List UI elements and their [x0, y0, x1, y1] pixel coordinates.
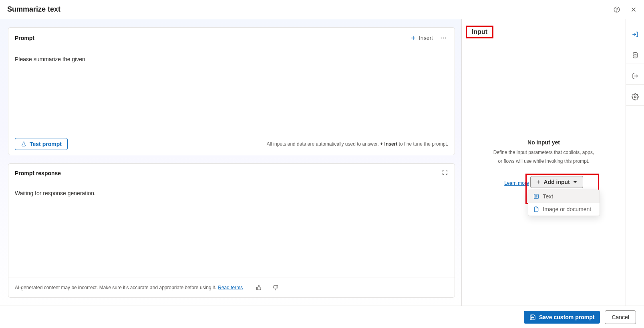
- response-disclaimer: AI-generated content may be incorrect. M…: [15, 283, 280, 292]
- rail-settings-icon[interactable]: [626, 88, 644, 106]
- rail-output-icon[interactable]: [626, 67, 644, 85]
- thumbs-down-icon[interactable]: [271, 283, 280, 292]
- response-card: Prompt response Waiting for response gen…: [8, 163, 455, 298]
- response-card-header: Prompt response: [8, 164, 455, 185]
- test-prompt-label: Test prompt: [30, 141, 62, 147]
- svg-point-4: [445, 38, 446, 38]
- save-label: Save custom prompt: [539, 314, 594, 320]
- prompt-card-header: Prompt Insert: [8, 28, 455, 51]
- chevron-down-icon: [572, 179, 578, 185]
- thumbs-up-icon[interactable]: [254, 283, 264, 292]
- learn-more-link[interactable]: Learn more: [504, 180, 529, 186]
- right-panel: Input No input yet Define the input para…: [461, 19, 626, 306]
- no-input-desc-2: or flows will use while invoking this pr…: [478, 158, 610, 165]
- feedback-thumbs: [254, 283, 280, 292]
- read-terms-link[interactable]: Read terms: [218, 285, 243, 290]
- bottom-footer: Save custom prompt Cancel: [0, 306, 644, 328]
- add-input-button[interactable]: Add input: [530, 176, 583, 188]
- no-input-title: No input yet: [478, 139, 610, 146]
- save-button[interactable]: Save custom prompt: [524, 311, 600, 324]
- response-title: Prompt response: [15, 170, 61, 176]
- prompt-content: Please summarize the given: [15, 56, 85, 62]
- response-body: Waiting for response generation.: [8, 185, 455, 278]
- cancel-label: Cancel: [612, 314, 629, 320]
- more-icon[interactable]: [439, 33, 448, 43]
- help-icon[interactable]: [612, 5, 622, 14]
- rail-data-icon[interactable]: [626, 46, 644, 64]
- expand-icon[interactable]: [442, 169, 448, 177]
- test-prompt-button[interactable]: Test prompt: [15, 138, 68, 150]
- svg-point-2: [441, 38, 442, 38]
- cancel-button[interactable]: Cancel: [605, 310, 636, 324]
- prompt-card: Prompt Insert Please summarize the given: [8, 27, 455, 155]
- svg-point-6: [633, 52, 637, 54]
- add-input-label: Add input: [543, 179, 570, 185]
- response-placeholder: Waiting for response generation.: [15, 190, 96, 196]
- text-icon: [533, 193, 539, 200]
- prompt-footer: Test prompt All inputs and data are auto…: [8, 133, 455, 155]
- document-icon: [533, 206, 539, 212]
- input-empty-state: No input yet Define the input parameters…: [462, 139, 626, 188]
- dropdown-item-text[interactable]: Text: [528, 190, 600, 203]
- add-input-dropdown: Text Image or document: [528, 190, 600, 216]
- page-title: Summarize text: [7, 5, 60, 14]
- dropdown-image-label: Image or document: [543, 206, 591, 212]
- close-icon[interactable]: [629, 5, 638, 14]
- rail-input-icon[interactable]: [626, 26, 644, 43]
- svg-point-7: [634, 96, 636, 98]
- no-input-desc-1: Define the input parameters that copilot…: [478, 149, 610, 156]
- insert-button[interactable]: Insert: [410, 35, 433, 41]
- insert-label: Insert: [419, 35, 433, 41]
- prompt-hint: All inputs and data are automatically us…: [267, 141, 448, 147]
- dropdown-item-image-doc[interactable]: Image or document: [528, 203, 600, 216]
- input-tab-label[interactable]: Input: [472, 28, 487, 35]
- save-icon: [529, 314, 536, 320]
- modal-header: Summarize text: [0, 0, 644, 19]
- prompt-title: Prompt: [15, 35, 34, 41]
- svg-point-1: [616, 11, 617, 11]
- response-footer: AI-generated content may be incorrect. M…: [8, 278, 455, 297]
- prompt-header-actions: Insert: [410, 33, 448, 43]
- header-actions: [612, 5, 638, 14]
- body: Prompt Insert Please summarize the given: [0, 19, 644, 306]
- add-input-wrap: Add input Text Image or document: [530, 176, 583, 188]
- svg-point-3: [443, 38, 444, 38]
- right-rail: [626, 19, 644, 306]
- dropdown-text-label: Text: [543, 193, 553, 200]
- prompt-textarea[interactable]: Please summarize the given: [8, 51, 455, 133]
- input-tab-highlight: Input: [466, 26, 493, 38]
- left-column: Prompt Insert Please summarize the given: [0, 19, 461, 306]
